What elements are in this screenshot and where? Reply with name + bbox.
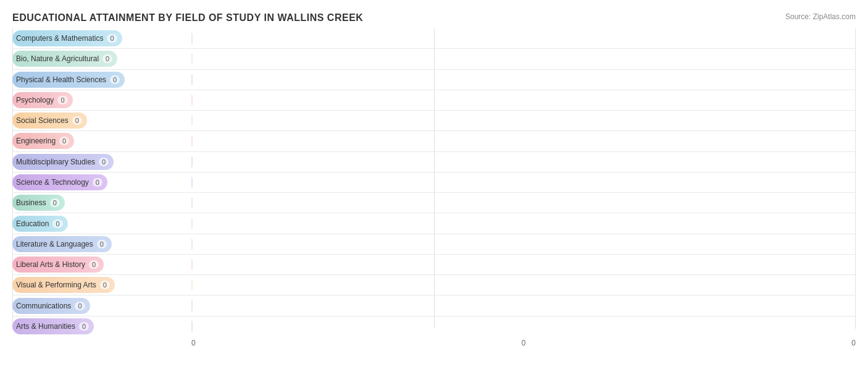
- bar-row: Engineering 0: [12, 131, 856, 151]
- bar-row: Computers & Mathematics 0: [12, 28, 856, 49]
- bar-row: Bio, Nature & Agricultural 0: [12, 49, 856, 69]
- bar-value: 0: [52, 219, 62, 228]
- bar-fill: [191, 321, 193, 332]
- bar-track: [191, 321, 856, 332]
- bar-label-container: Education 0: [12, 216, 191, 232]
- bar-track: [191, 156, 856, 167]
- bar-track: [191, 74, 856, 85]
- bar-track: [191, 300, 856, 312]
- bar-pill: Engineering 0: [12, 133, 74, 149]
- bar-track: [191, 239, 856, 250]
- bar-track: [191, 197, 856, 208]
- bar-label-container: Literature & Languages 0: [12, 236, 191, 252]
- bar-row: Science & Technology 0: [12, 172, 856, 193]
- bar-label: Computers & Mathematics: [16, 34, 103, 43]
- chart-title: EDUCATIONAL ATTAINMENT BY FIELD OF STUDY…: [12, 12, 856, 23]
- bar-row: Literature & Languages 0: [12, 234, 856, 255]
- bar-label: Literature & Languages: [16, 240, 93, 248]
- bar-row: Psychology 0: [12, 90, 856, 111]
- bar-label-container: Liberal Arts & History 0: [12, 256, 191, 273]
- bar-label-container: Multidisciplinary Studies 0: [12, 154, 191, 170]
- bar-row: Education 0: [12, 213, 856, 234]
- chart-area: Computers & Mathematics 0 Bio, Nature & …: [12, 28, 856, 347]
- bar-fill: [191, 239, 193, 250]
- bar-value: 0: [93, 178, 102, 187]
- bar-track: [191, 33, 856, 44]
- bar-value: 0: [75, 302, 85, 310]
- x-axis-label: 0: [851, 339, 856, 347]
- bar-label-container: Social Sciences 0: [12, 112, 191, 129]
- bar-fill: [191, 95, 193, 106]
- bars-area: Computers & Mathematics 0 Bio, Nature & …: [12, 28, 856, 336]
- bar-value: 0: [50, 198, 60, 207]
- bar-label: Arts & Humanities: [16, 322, 75, 331]
- bar-pill: Physical & Health Sciences 0: [12, 72, 125, 88]
- bar-label-container: Computers & Mathematics 0: [12, 30, 191, 46]
- bar-value: 0: [107, 34, 117, 43]
- bar-pill: Science & Technology 0: [12, 174, 107, 190]
- bar-value: 0: [99, 158, 109, 166]
- bar-row: Physical & Health Sciences 0: [12, 70, 856, 90]
- bar-fill: [191, 53, 193, 64]
- bar-label-container: Bio, Nature & Agricultural 0: [12, 51, 191, 67]
- bar-fill: [191, 115, 193, 126]
- bar-label: Business: [16, 198, 46, 207]
- bar-row: Arts & Humanities 0: [12, 316, 856, 336]
- bar-label-container: Communications 0: [12, 298, 191, 314]
- bar-track: [191, 95, 856, 106]
- bar-value: 0: [79, 322, 89, 331]
- bar-label: Multidisciplinary Studies: [16, 158, 95, 166]
- bar-label-container: Psychology 0: [12, 92, 191, 108]
- bar-fill: [191, 156, 193, 167]
- bar-value: 0: [59, 137, 69, 145]
- chart-container: EDUCATIONAL ATTAINMENT BY FIELD OF STUDY…: [0, 0, 868, 390]
- bar-label: Social Sciences: [16, 116, 69, 125]
- bar-label: Visual & Performing Arts: [16, 281, 96, 289]
- bar-pill: Literature & Languages 0: [12, 236, 112, 252]
- bar-row: Multidisciplinary Studies 0: [12, 152, 856, 172]
- source-text: Source: ZipAtlas.com: [785, 12, 856, 21]
- bar-track: [191, 115, 856, 126]
- bar-pill: Business 0: [12, 195, 65, 211]
- bar-track: [191, 279, 856, 290]
- bar-label: Science & Technology: [16, 178, 89, 187]
- bar-pill: Psychology 0: [12, 92, 73, 108]
- bar-value: 0: [97, 240, 107, 248]
- bar-label: Bio, Nature & Agricultural: [16, 54, 99, 63]
- bar-label-container: Engineering 0: [12, 133, 191, 149]
- bar-value: 0: [89, 260, 99, 269]
- bar-pill: Bio, Nature & Agricultural 0: [12, 51, 117, 67]
- bar-row: Social Sciences 0: [12, 111, 856, 131]
- bar-value: 0: [100, 281, 110, 289]
- bar-label: Communications: [16, 302, 71, 310]
- bar-label-container: Physical & Health Sciences 0: [12, 72, 191, 88]
- x-axis-label: 0: [522, 339, 526, 347]
- bar-label-container: Arts & Humanities 0: [12, 318, 191, 334]
- bar-fill: [191, 197, 193, 208]
- bar-pill: Computers & Mathematics 0: [12, 30, 122, 46]
- bar-fill: [191, 33, 193, 44]
- bar-fill: [191, 135, 193, 146]
- bar-label: Education: [16, 219, 49, 228]
- bar-label-container: Science & Technology 0: [12, 174, 191, 190]
- bar-row: Liberal Arts & History 0: [12, 255, 856, 275]
- bar-track: [191, 177, 856, 188]
- bar-fill: [191, 177, 193, 188]
- bar-fill: [191, 74, 193, 85]
- bar-value: 0: [110, 75, 120, 84]
- x-axis-label: 0: [191, 339, 196, 347]
- bar-row: Communications 0: [12, 295, 856, 316]
- bar-label: Liberal Arts & History: [16, 260, 85, 269]
- bar-track: [191, 259, 856, 270]
- bar-label: Physical & Health Sciences: [16, 75, 106, 84]
- bar-fill: [191, 218, 193, 229]
- bar-row: Visual & Performing Arts 0: [12, 275, 856, 295]
- bar-label-container: Business 0: [12, 195, 191, 211]
- bar-track: [191, 135, 856, 146]
- bar-pill: Liberal Arts & History 0: [12, 256, 104, 273]
- bar-label-container: Visual & Performing Arts 0: [12, 277, 191, 293]
- bar-fill: [191, 300, 193, 312]
- bar-value: 0: [72, 116, 82, 125]
- bar-row: Business 0: [12, 193, 856, 213]
- bar-fill: [191, 279, 193, 290]
